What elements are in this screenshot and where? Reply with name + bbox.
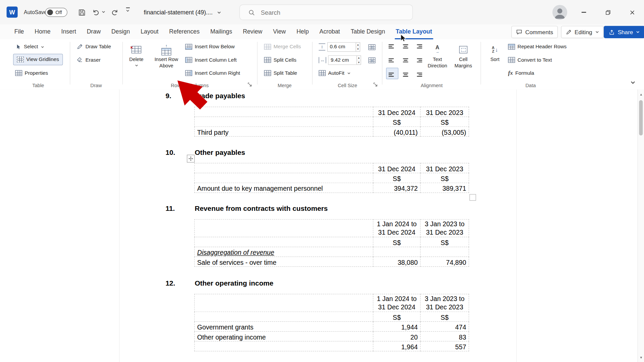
cell[interactable]: Disaggregation of revenue <box>195 247 373 257</box>
column-width-steppers[interactable]: ▲▼ <box>357 56 361 64</box>
tab-draw[interactable]: Draw <box>82 24 106 39</box>
step-up-icon[interactable]: ▲ <box>356 43 360 47</box>
cell[interactable] <box>195 312 373 321</box>
text-direction-button[interactable]: A→ Text Direction <box>426 40 449 80</box>
cell[interactable]: Sale of services - over time <box>195 257 373 266</box>
distribute-columns-button[interactable]: ↔ <box>367 55 377 66</box>
view-gridlines-toggle[interactable]: View Gridlines <box>13 54 63 65</box>
cell[interactable]: 1,964 <box>373 341 420 351</box>
cell[interactable] <box>195 173 373 183</box>
delete-button[interactable]: × Delete <box>126 40 146 80</box>
cell[interactable] <box>195 107 373 117</box>
tab-design[interactable]: Design <box>106 24 135 39</box>
align-top-right-button[interactable] <box>412 42 425 53</box>
cell[interactable] <box>195 219 373 237</box>
tab-layout[interactable]: Layout <box>135 24 164 39</box>
cell[interactable]: 74,890 <box>420 257 469 266</box>
step-down-icon[interactable]: ▼ <box>357 60 361 64</box>
cell[interactable]: S$ <box>373 173 420 183</box>
cell[interactable]: S$ <box>420 237 469 247</box>
tab-home[interactable]: Home <box>29 24 56 39</box>
select-button[interactable]: Select <box>14 42 46 52</box>
cell[interactable]: S$ <box>420 173 469 183</box>
cell[interactable]: 1 Jan 2024 to31 Dec 2024 <box>373 219 420 237</box>
column-width-input[interactable] <box>329 56 357 64</box>
cell[interactable]: (40,011) <box>373 127 420 136</box>
cell[interactable] <box>195 294 373 312</box>
distribute-rows-button[interactable]: ↕ <box>367 42 377 53</box>
cell[interactable]: 83 <box>420 331 469 341</box>
align-center-right-button[interactable] <box>412 55 425 66</box>
insert-column-left-button[interactable]: Insert Column Left <box>184 55 238 65</box>
cell[interactable]: 3 Jan 2023 to31 Dec 2023 <box>420 219 469 237</box>
editing-mode-button[interactable]: Editing <box>561 26 604 38</box>
step-down-icon[interactable]: ▼ <box>356 47 360 51</box>
align-bottom-center-button[interactable] <box>399 68 412 79</box>
align-bottom-left-button[interactable] <box>386 68 398 79</box>
tab-file[interactable]: File <box>9 24 29 39</box>
convert-to-text-button[interactable]: Convert to Text <box>507 55 553 65</box>
insert-row-above-button[interactable]: ↑ Insert Row Above <box>154 40 179 80</box>
cell[interactable]: 31 Dec 2023 <box>420 107 469 117</box>
cell[interactable]: Amount due to key management personnel <box>195 183 373 193</box>
cell[interactable]: 394,372 <box>373 183 420 193</box>
align-top-left-button[interactable] <box>386 42 398 53</box>
collapse-ribbon-chevron[interactable] <box>630 80 636 85</box>
revenue-table[interactable]: 1 Jan 2024 to31 Dec 2024 3 Jan 2023 to31… <box>194 219 469 267</box>
cell[interactable]: S$ <box>420 312 469 321</box>
cell-margins-button[interactable]: Cell Margins <box>450 40 476 80</box>
cell[interactable]: Government grants <box>195 321 373 331</box>
save-button[interactable] <box>76 7 87 18</box>
undo-dropdown-chevron-icon[interactable] <box>101 10 105 14</box>
scroll-up-arrow-icon[interactable]: ▲ <box>638 93 644 97</box>
comments-button[interactable]: Comments <box>511 26 557 38</box>
cell-size-dialog-launcher[interactable] <box>373 82 378 87</box>
tab-acrobat[interactable]: Acrobat <box>314 24 345 39</box>
eraser-button[interactable]: Eraser <box>75 55 102 65</box>
tab-references[interactable]: References <box>164 24 205 39</box>
align-center-left-button[interactable] <box>386 55 398 66</box>
search-input[interactable] <box>260 8 393 16</box>
split-table-button[interactable]: Split Table <box>263 68 299 78</box>
repeat-header-rows-button[interactable]: Repeat Header Rows <box>507 42 568 52</box>
word-logo-icon[interactable]: W <box>7 7 18 18</box>
user-avatar[interactable] <box>552 5 567 20</box>
draw-table-button[interactable]: Draw Table <box>75 42 112 52</box>
cell[interactable]: S$ <box>373 312 420 321</box>
search-bar[interactable] <box>239 4 413 20</box>
step-up-icon[interactable]: ▲ <box>357 56 361 60</box>
share-button[interactable]: Share <box>604 26 644 38</box>
cell[interactable]: S$ <box>373 237 420 247</box>
document-canvas[interactable]: 9. Trade payables 31 Dec 2024 31 Dec 202… <box>0 89 637 362</box>
autosave-toggle[interactable]: Off <box>45 8 67 17</box>
cell[interactable]: S$ <box>373 117 420 126</box>
cell[interactable]: 20 <box>373 331 420 341</box>
tab-table-design[interactable]: Table Design <box>345 24 390 39</box>
cell[interactable]: 3 Jan 2023 to31 Dec 2023 <box>420 294 469 312</box>
other-payables-table[interactable]: 31 Dec 2024 31 Dec 2023 S$ S$ Amount due… <box>194 163 469 193</box>
cell[interactable]: 31 Dec 2024 <box>373 163 420 173</box>
row-height-spinner[interactable]: ▲▼ <box>327 42 360 52</box>
formula-button[interactable]: fx Formula <box>507 68 535 78</box>
cell[interactable]: S$ <box>420 117 469 126</box>
cell[interactable] <box>373 247 420 257</box>
tab-help[interactable]: Help <box>291 24 314 39</box>
vertical-scrollbar[interactable]: ▲ ▼ <box>637 89 644 362</box>
tab-insert[interactable]: Insert <box>56 24 82 39</box>
cell[interactable] <box>420 247 469 257</box>
column-width-spinner[interactable]: ▲▼ <box>328 55 361 65</box>
customize-quick-access-toolbar-button[interactable] <box>126 7 130 12</box>
cell[interactable]: 1,944 <box>373 321 420 331</box>
rows-columns-dialog-launcher[interactable] <box>248 82 252 87</box>
undo-button[interactable] <box>90 7 101 18</box>
cell[interactable]: 474 <box>420 321 469 331</box>
redo-button[interactable] <box>109 7 120 18</box>
cell[interactable]: 38,080 <box>373 257 420 266</box>
row-height-input[interactable] <box>328 43 356 51</box>
scrollbar-thumb[interactable] <box>639 100 643 135</box>
minimize-button[interactable] <box>574 0 593 24</box>
cell[interactable]: Third party <box>195 127 373 136</box>
sort-button[interactable]: AZ↓ Sort <box>485 40 504 80</box>
table-move-handle[interactable] <box>187 155 195 163</box>
close-window-button[interactable] <box>623 0 641 24</box>
